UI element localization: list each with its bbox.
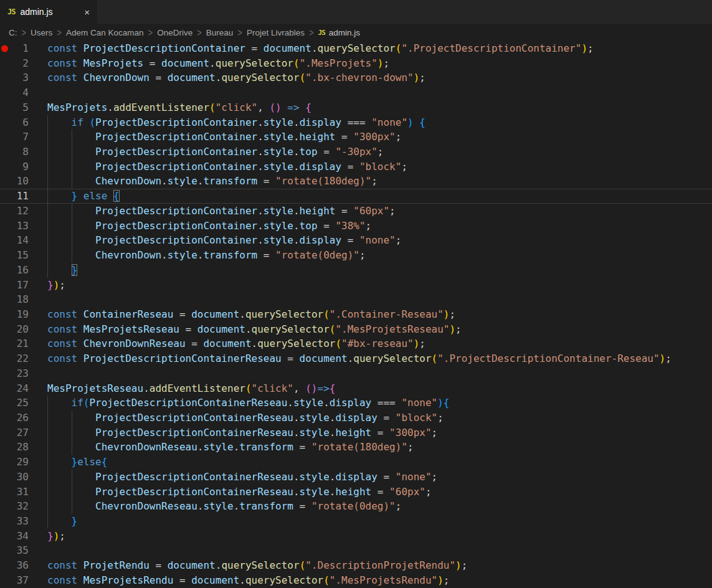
code-text: ProjectDescriptionContainerReseau.style.… (47, 425, 437, 440)
code-line[interactable]: 22const ProjectDescriptionContainerResea… (0, 351, 712, 366)
code-line[interactable]: 14 ProjectDescriptionContainer.style.dis… (0, 233, 712, 248)
code-line[interactable]: 34}); (0, 529, 712, 544)
code-line[interactable]: 25 if(ProjectDescriptionContainerReseau.… (0, 396, 712, 410)
code-text: ProjectDescriptionContainer.style.displa… (47, 159, 407, 174)
gutter[interactable]: 15 (0, 248, 47, 263)
line-number: 20 (17, 322, 29, 337)
line-number: 17 (17, 278, 29, 293)
gutter[interactable]: 5 (0, 100, 47, 115)
gutter[interactable]: 27 (0, 425, 47, 440)
code-line[interactable]: 12 ProjectDescriptionContainer.style.hei… (0, 204, 712, 219)
gutter[interactable]: 35 (0, 543, 47, 558)
line-number: 34 (17, 529, 29, 544)
gutter[interactable]: 6 (0, 115, 47, 130)
tab-admin-js[interactable]: JS admin.js × (0, 0, 97, 24)
gutter[interactable]: 8 (0, 145, 47, 159)
breadcrumb-item[interactable]: Bureau (206, 28, 234, 37)
gutter[interactable]: 22 (0, 351, 47, 366)
breadcrumb-item[interactable]: OneDrive (157, 28, 192, 37)
code-line[interactable]: 28 ChevronDownReseau.style.transform = "… (0, 440, 712, 455)
gutter[interactable]: 18 (0, 292, 47, 307)
code-line[interactable]: 9 ProjectDescriptionContainer.style.disp… (0, 159, 712, 174)
code-line[interactable]: 13 ProjectDescriptionContainer.style.top… (0, 219, 712, 234)
line-number: 37 (17, 573, 29, 588)
code-text: ProjectDescriptionContainer.style.height… (47, 204, 396, 219)
code-line[interactable]: 30 ProjectDescriptionContainerReseau.sty… (0, 470, 712, 485)
code-line[interactable]: 32 ChevronDownReseau.style.transform = "… (0, 499, 712, 514)
gutter[interactable]: 19 (0, 307, 47, 322)
gutter[interactable]: 29 (0, 455, 47, 470)
code-line[interactable]: 7 ProjectDescriptionContainer.style.heig… (0, 130, 712, 145)
gutter[interactable]: 12 (0, 204, 47, 219)
code-line[interactable]: 19const ContainerReseau = document.query… (0, 307, 712, 322)
code-line[interactable]: 26 ProjectDescriptionContainerReseau.sty… (0, 410, 712, 425)
gutter[interactable]: 31 (0, 485, 47, 500)
breadcrumb-item[interactable]: Projet Livrables (247, 28, 305, 37)
breakpoint-icon[interactable] (1, 45, 8, 52)
code-line[interactable]: 17}); (0, 278, 712, 293)
code-line[interactable]: 29 }else{ (0, 455, 712, 470)
code-line[interactable]: 31 ProjectDescriptionContainerReseau.sty… (0, 485, 712, 500)
code-line[interactable]: 15 ChevronDown.style.transform = "rotate… (0, 248, 712, 263)
code-text: const MesProjetsRendu = document.querySe… (47, 573, 449, 588)
code-text: const ChevronDownReseau = document.query… (47, 336, 425, 351)
gutter[interactable]: 11 (0, 189, 47, 204)
gutter[interactable]: 37 (0, 573, 47, 588)
code-line[interactable]: 3const ChevronDown = document.querySelec… (0, 70, 712, 85)
gutter[interactable]: 30 (0, 470, 47, 485)
gutter[interactable]: 34 (0, 529, 47, 544)
code-line[interactable]: 37const MesProjetsRendu = document.query… (0, 573, 712, 588)
chevron-right-icon: > (22, 26, 27, 39)
gutter[interactable]: 26 (0, 410, 47, 425)
gutter[interactable]: 10 (0, 174, 47, 189)
gutter[interactable]: 1 (0, 41, 47, 56)
breadcrumb-item[interactable]: Adem Can Kocaman (66, 28, 144, 37)
breadcrumb-item[interactable]: Users (31, 28, 52, 37)
line-number: 21 (17, 336, 29, 351)
code-line[interactable]: 36const ProjetRendu = document.querySele… (0, 558, 712, 573)
gutter[interactable]: 33 (0, 514, 47, 529)
gutter[interactable]: 32 (0, 499, 47, 514)
line-number: 7 (22, 130, 29, 145)
tab-close-icon[interactable]: × (84, 7, 90, 17)
code-line[interactable]: 4 (0, 85, 712, 100)
code-editor[interactable]: 1const ProjectDescriptionContainer = doc… (0, 41, 712, 588)
gutter[interactable]: 21 (0, 336, 47, 351)
code-line[interactable]: 1const ProjectDescriptionContainer = doc… (0, 41, 712, 56)
gutter[interactable]: 25 (0, 396, 47, 410)
gutter[interactable]: 17 (0, 278, 47, 293)
breadcrumb-item[interactable]: C: (9, 28, 17, 37)
gutter[interactable]: 3 (0, 70, 47, 85)
gutter[interactable]: 2 (0, 56, 47, 71)
gutter[interactable]: 23 (0, 366, 47, 381)
code-text: } else { (47, 189, 120, 204)
code-line[interactable]: 6 if (ProjectDescriptionContainer.style.… (0, 115, 712, 130)
code-line[interactable]: 24MesProjetsReseau.addEventListener("cli… (0, 381, 712, 396)
code-line[interactable]: 33 } (0, 514, 712, 529)
gutter[interactable]: 14 (0, 233, 47, 248)
code-line[interactable]: 16 } (0, 263, 712, 278)
code-line[interactable]: 5MesProjets.addEventListener("click", ()… (0, 100, 712, 115)
code-line[interactable]: 20const MesProjetsReseau = document.quer… (0, 322, 712, 337)
gutter[interactable]: 28 (0, 440, 47, 455)
code-line[interactable]: 2const MesProjets = document.querySelect… (0, 56, 712, 71)
gutter[interactable]: 16 (0, 263, 47, 278)
gutter[interactable]: 9 (0, 159, 47, 174)
code-line[interactable]: 18 (0, 292, 712, 307)
code-line[interactable]: 11 } else { (0, 189, 712, 204)
code-line[interactable]: 10 ChevronDown.style.transform = "rotate… (0, 174, 712, 189)
breadcrumb-file[interactable]: JSadmin.js (318, 28, 361, 37)
code-line[interactable]: 23 (0, 366, 712, 381)
line-number: 6 (22, 115, 29, 130)
code-line[interactable]: 8 ProjectDescriptionContainer.style.top … (0, 145, 712, 159)
gutter[interactable]: 13 (0, 219, 47, 234)
code-line[interactable]: 27 ProjectDescriptionContainerReseau.sty… (0, 425, 712, 440)
gutter[interactable]: 7 (0, 130, 47, 145)
gutter[interactable]: 36 (0, 558, 47, 573)
gutter[interactable]: 20 (0, 322, 47, 337)
line-number: 2 (22, 56, 29, 71)
code-line[interactable]: 21const ChevronDownReseau = document.que… (0, 336, 712, 351)
code-line[interactable]: 35 (0, 543, 712, 558)
gutter[interactable]: 24 (0, 381, 47, 396)
gutter[interactable]: 4 (0, 85, 47, 100)
